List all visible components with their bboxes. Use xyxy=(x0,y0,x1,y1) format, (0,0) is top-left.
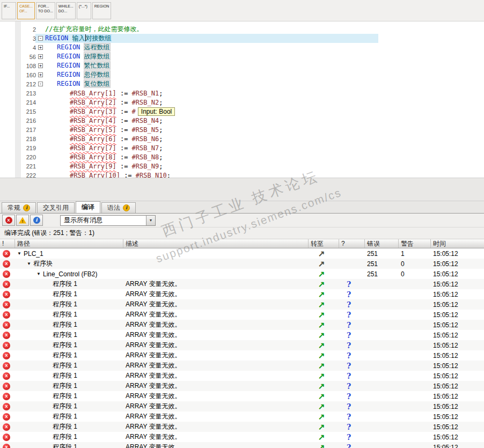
fold-collapse-icon[interactable]: - xyxy=(38,36,43,41)
code-line[interactable]: 212-REGION 复位数组 xyxy=(0,79,484,89)
goto-arrow-icon[interactable]: ↗ xyxy=(318,392,325,400)
toolbar-button-for[interactable]: FOR... TO DO... xyxy=(36,2,55,19)
code-line[interactable]: 217#RSB_Arry[5] := #RSB_N5; xyxy=(0,125,484,134)
help-question-icon[interactable]: ? xyxy=(347,413,351,421)
filter-warning-button[interactable]: ! xyxy=(16,215,29,226)
code-line[interactable]: 216#RSB_Arry[4] := #RSB_N4; xyxy=(0,116,484,125)
table-row[interactable]: X程序段 1ARRAY 变量无效。↗?15:05:12 xyxy=(0,299,484,310)
goto-arrow-icon[interactable]: ↗ xyxy=(318,311,325,319)
code-line[interactable]: 3-REGION 输入对接数组 xyxy=(0,34,484,43)
help-question-icon[interactable]: ? xyxy=(347,331,351,340)
column-header-4[interactable]: ? xyxy=(339,239,365,248)
help-question-icon[interactable]: ? xyxy=(347,362,351,370)
toolbar-button-if[interactable]: IF... xyxy=(2,2,16,19)
code-line[interactable]: 220#RSB_Arry[8] := #RSB_N8; xyxy=(0,152,484,161)
table-row[interactable]: X程序段 1ARRAY 变量无效。↗?15:05:12 xyxy=(0,330,484,340)
fold-expand-icon[interactable]: + xyxy=(38,72,43,77)
tab-general[interactable]: 常规i xyxy=(2,202,36,213)
table-row[interactable]: X程序段 1ARRAY 变量无效。↗?15:05:12 xyxy=(0,289,484,299)
column-header-7[interactable]: 时间 xyxy=(431,239,484,248)
table-row[interactable]: X程序段 1ARRAY 变量无效。↗?15:05:12 xyxy=(0,279,484,289)
code-line[interactable]: 108+REGION 繁忙数组 xyxy=(0,61,484,70)
fold-collapse-icon[interactable]: - xyxy=(38,82,43,86)
table-row[interactable]: X程序段 1ARRAY 变量无效。↗?15:05:12 xyxy=(0,371,484,381)
tab-cross-reference[interactable]: 交叉引用 xyxy=(37,202,75,213)
goto-arrow-icon[interactable]: ↗ xyxy=(318,290,325,298)
table-row[interactable]: X程序段 1ARRAY 变量无效。↗?15:05:12 xyxy=(0,412,484,422)
help-question-icon[interactable]: ? xyxy=(347,443,351,448)
help-question-icon[interactable]: ? xyxy=(347,290,351,299)
tab-compile[interactable]: 编译 xyxy=(76,201,100,213)
table-row[interactable]: X程序段 1ARRAY 变量无效。↗?15:05:12 xyxy=(0,320,484,330)
table-row[interactable]: X▼Line_Control (FB2)↗251015:05:12 xyxy=(0,269,484,279)
goto-arrow-icon[interactable]: ↗ xyxy=(318,300,325,309)
fold-expand-icon[interactable]: + xyxy=(38,54,43,59)
table-row[interactable]: X程序段 1ARRAY 变量无效。↗?15:05:12 xyxy=(0,361,484,371)
help-question-icon[interactable]: ? xyxy=(347,423,351,431)
table-row[interactable]: X程序段 1ARRAY 变量无效。↗?15:05:12 xyxy=(0,432,484,442)
goto-arrow-icon[interactable]: ↗ xyxy=(318,341,325,349)
toolbar-button-while[interactable]: WHILE... DO... xyxy=(56,2,76,19)
toolbar-button-case[interactable]: CASE... OF... xyxy=(17,2,35,19)
goto-arrow-icon[interactable]: ↗ xyxy=(318,402,325,410)
goto-arrow-icon[interactable]: ↗ xyxy=(318,280,325,288)
table-row[interactable]: X程序段 1ARRAY 变量无效。↗?15:05:12 xyxy=(0,391,484,401)
table-row[interactable]: X程序段 1ARRAY 变量无效。↗?15:05:12 xyxy=(0,310,484,320)
expand-toggle-icon[interactable]: ▼ xyxy=(36,271,43,276)
code-line[interactable]: 56+REGION 故障数组 xyxy=(0,52,484,61)
goto-arrow-icon[interactable]: ↗ xyxy=(318,362,325,370)
column-header-6[interactable]: 警告 xyxy=(399,239,431,248)
fold-expand-icon[interactable]: + xyxy=(38,45,43,50)
goto-arrow-icon[interactable]: ↗ xyxy=(318,423,325,431)
filter-info-button[interactable]: i xyxy=(30,215,43,226)
help-question-icon[interactable]: ? xyxy=(347,351,351,360)
help-question-icon[interactable]: ? xyxy=(347,321,351,329)
message-filter-dropdown[interactable]: 显示所有消息 ▼ xyxy=(60,215,156,226)
expand-toggle-icon[interactable]: ▼ xyxy=(27,261,33,266)
code-line[interactable]: 213#RSB_Arry[1] := #RSB_N1; xyxy=(0,89,484,98)
column-header-0[interactable]: ! xyxy=(0,239,15,248)
goto-arrow-icon[interactable]: ↗ xyxy=(318,382,325,390)
help-question-icon[interactable]: ? xyxy=(347,300,351,309)
column-header-5[interactable]: 错误 xyxy=(365,239,399,248)
goto-arrow-icon[interactable]: ↗ xyxy=(318,270,325,278)
code-line[interactable]: 4+REGION 远程数组 xyxy=(0,43,484,52)
code-line[interactable]: 219#RSB_Arry[7] := #RSB_N7; xyxy=(0,143,484,152)
code-line[interactable]: 215#RSB_Arry[3] := #Input: Bool xyxy=(0,107,484,116)
table-row[interactable]: X程序段 1ARRAY 变量无效。↗?15:05:12 xyxy=(0,401,484,412)
help-question-icon[interactable]: ? xyxy=(347,372,351,380)
help-question-icon[interactable]: ? xyxy=(347,402,351,411)
goto-arrow-icon[interactable]: ↗ xyxy=(318,433,325,441)
expand-toggle-icon[interactable]: ▼ xyxy=(17,251,24,256)
dropdown-arrow-icon[interactable]: ▼ xyxy=(146,216,155,225)
goto-arrow-icon[interactable]: ↗ xyxy=(318,372,325,380)
code-line[interactable]: 214#RSB_Arry[2] := #RSB_N2; xyxy=(0,98,484,107)
toolbar-button-comment[interactable]: (*...*) xyxy=(77,2,91,19)
table-row[interactable]: X程序段 1ARRAY 变量无效。↗?15:05:12 xyxy=(0,442,484,448)
help-question-icon[interactable]: ? xyxy=(347,382,351,391)
column-header-2[interactable]: 描述 xyxy=(123,239,309,248)
column-header-1[interactable]: 路径 xyxy=(15,239,123,248)
code-line[interactable]: 2//在扩充容量时，此处需要修改。 xyxy=(0,25,484,34)
code-line[interactable]: 218#RSB_Arry[6] := #RSB_N6; xyxy=(0,134,484,143)
code-line[interactable]: 222#RSB_Arry[10] := #RSB_N10; xyxy=(0,171,484,178)
table-row[interactable]: X程序段 1ARRAY 变量无效。↗?15:05:12 xyxy=(0,350,484,361)
toolbar-button-region[interactable]: REGION xyxy=(92,2,112,19)
goto-arrow-icon[interactable]: ↗ xyxy=(318,321,325,329)
help-question-icon[interactable]: ? xyxy=(347,392,351,401)
scl-code-editor[interactable]: 2//在扩充容量时，此处需要修改。3-REGION 输入对接数组4+REGION… xyxy=(0,21,484,178)
table-row[interactable]: X程序段 1ARRAY 变量无效。↗?15:05:12 xyxy=(0,422,484,432)
code-line[interactable]: 221#RSB_Arry[9] := #RSB_N9; xyxy=(0,161,484,171)
fold-expand-icon[interactable]: + xyxy=(38,63,43,68)
goto-arrow-icon[interactable]: ↗ xyxy=(318,331,325,339)
goto-arrow-icon[interactable]: ↗ xyxy=(318,443,325,448)
table-row[interactable]: X程序段 1ARRAY 变量无效。↗?15:05:12 xyxy=(0,381,484,391)
goto-arrow-icon[interactable]: ↗ xyxy=(318,249,325,258)
goto-arrow-icon[interactable]: ↗ xyxy=(318,260,325,268)
tab-syntax[interactable]: 语法i xyxy=(101,202,136,213)
column-header-3[interactable]: 转至 xyxy=(309,239,339,248)
code-line[interactable]: 160+REGION 忽停数组 xyxy=(0,70,484,79)
help-question-icon[interactable]: ? xyxy=(347,280,351,289)
table-row[interactable]: X▼程序块↗251015:05:12 xyxy=(0,259,484,269)
table-row[interactable]: X程序段 1ARRAY 变量无效。↗?15:05:12 xyxy=(0,340,484,350)
